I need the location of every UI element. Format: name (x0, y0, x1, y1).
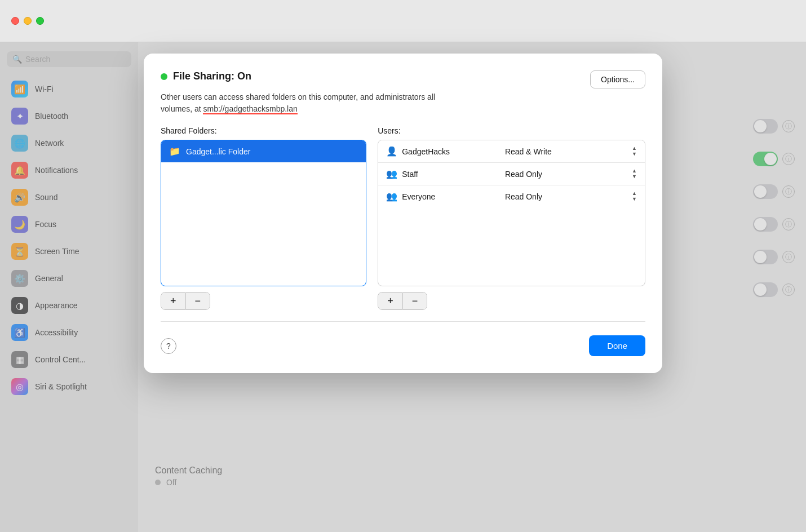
done-button[interactable]: Done (589, 335, 645, 356)
users-add-remove-bar: + − (378, 292, 427, 310)
folders-users-section: Shared Folders: 📁 Gadget...lic Folder + … (161, 126, 645, 310)
folder-icon: 📁 (169, 146, 180, 157)
user-row-gadgethacks[interactable]: 👤 GadgetHacks Read & Write ▲ ▼ (378, 140, 645, 163)
users-column: Users: 👤 GadgetHacks Read & Write ▲ ▼ 👥 … (378, 126, 645, 310)
user-perm-everyone: Read Only (505, 192, 628, 201)
file-sharing-header: File Sharing: On (161, 70, 645, 82)
smb-url[interactable]: smb://gadgethacksmbp.lan (203, 104, 297, 114)
user-icon-everyone: 👥 (386, 191, 397, 202)
user-perm-staff: Read Only (505, 170, 628, 179)
perm-up-everyone[interactable]: ▲ (632, 191, 637, 196)
options-button[interactable]: Options... (590, 70, 645, 88)
user-perm-gadgethacks: Read & Write (505, 147, 628, 156)
traffic-lights (11, 17, 44, 25)
user-icon-gadgethacks: 👤 (386, 146, 397, 157)
modal-overlay: File Sharing: On Other users can access … (0, 42, 806, 532)
user-name-gadgethacks: GadgetHacks (402, 147, 505, 156)
folder-remove-button[interactable]: − (186, 292, 210, 309)
perm-down-gadgethacks[interactable]: ▼ (632, 152, 637, 157)
perm-stepper-everyone[interactable]: ▲ ▼ (632, 191, 637, 202)
perm-down-staff[interactable]: ▼ (632, 174, 637, 179)
close-button[interactable] (11, 17, 19, 25)
user-name-everyone: Everyone (402, 192, 505, 201)
file-sharing-title: File Sharing: On (173, 70, 251, 82)
user-row-staff[interactable]: 👥 Staff Read Only ▲ ▼ (378, 163, 645, 185)
file-sharing-description: Other users can access shared folders on… (161, 91, 645, 115)
title-bar (0, 0, 806, 42)
folder-item[interactable]: 📁 Gadget...lic Folder (161, 140, 366, 162)
modal-footer: ? Done (161, 335, 645, 356)
perm-up-gadgethacks[interactable]: ▲ (632, 146, 637, 151)
description-line2: volumes, at smb://gadgethacksmbp.lan (161, 104, 298, 114)
folder-list[interactable]: 📁 Gadget...lic Folder (161, 140, 366, 286)
user-add-button[interactable]: + (378, 292, 402, 309)
users-table: 👤 GadgetHacks Read & Write ▲ ▼ 👥 Staff R… (378, 140, 645, 286)
perm-down-everyone[interactable]: ▼ (632, 197, 637, 202)
user-icon-staff: 👥 (386, 169, 397, 179)
help-button[interactable]: ? (161, 338, 176, 354)
description-line1: Other users can access shared folders on… (161, 92, 435, 101)
file-sharing-modal: File Sharing: On Other users can access … (144, 54, 662, 373)
perm-stepper-staff[interactable]: ▲ ▼ (632, 169, 637, 179)
users-label: Users: (378, 126, 645, 135)
status-dot (161, 73, 167, 80)
modal-divider (161, 321, 645, 322)
folder-add-remove-bar: + − (161, 292, 210, 310)
user-row-everyone[interactable]: 👥 Everyone Read Only ▲ ▼ (378, 185, 645, 207)
user-name-staff: Staff (402, 170, 505, 179)
maximize-button[interactable] (36, 17, 44, 25)
minimize-button[interactable] (24, 17, 32, 25)
perm-stepper-gadgethacks[interactable]: ▲ ▼ (632, 146, 637, 157)
shared-folders-label: Shared Folders: (161, 126, 366, 135)
user-remove-button[interactable]: − (403, 292, 427, 309)
folder-add-button[interactable]: + (161, 292, 185, 309)
folder-item-label: Gadget...lic Folder (186, 147, 250, 156)
shared-folders-column: Shared Folders: 📁 Gadget...lic Folder + … (161, 126, 366, 310)
perm-up-staff[interactable]: ▲ (632, 169, 637, 174)
